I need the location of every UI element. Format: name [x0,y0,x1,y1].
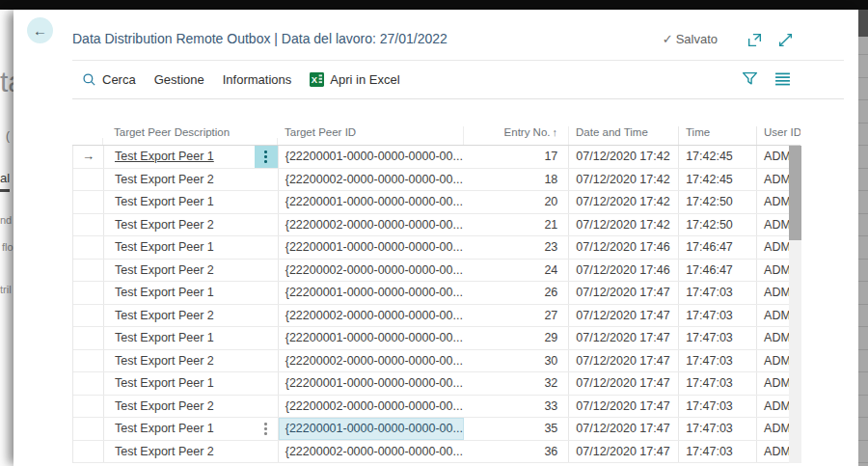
description-cell[interactable]: Test Export Peer 1 [104,327,255,349]
row-options-cell[interactable] [255,260,279,282]
id-cell[interactable]: {22200002-0000-0000-0000-00... [279,396,465,418]
entry-no-cell[interactable]: 23 [464,236,569,259]
entry-no-cell[interactable]: 35 [464,418,569,440]
table-row[interactable]: → Test Export Peer 1 {22200001-0000-0000… [73,146,800,169]
entry-no-cell[interactable]: 26 [464,282,569,304]
table-row[interactable]: Test Export Peer 1 {22200001-0000-0000-0… [73,236,800,260]
row-options-cell[interactable] [255,169,279,191]
datetime-cell[interactable]: 07/12/2020 17:47 [569,418,679,440]
time-cell[interactable]: 17:42:45 [679,146,757,168]
time-cell[interactable]: 17:47:03 [679,350,757,372]
datetime-cell[interactable]: 07/12/2020 17:42 [569,169,679,191]
row-options-cell[interactable] [255,214,279,236]
column-header-entry[interactable]: Entry No.↑ [464,126,569,145]
id-cell[interactable]: {22200002-0000-0000-0000-00... [279,260,465,282]
description-cell[interactable]: Test Export Peer 2 [104,214,255,236]
column-header-time[interactable]: Time [679,126,757,145]
table-row[interactable]: Test Export Peer 2 {22200002-0000-0000-0… [73,169,800,192]
datetime-cell[interactable]: 07/12/2020 17:47 [569,327,679,349]
entry-no-cell[interactable]: 30 [464,350,569,372]
description-cell[interactable]: Test Export Peer 2 [104,441,255,463]
informations-menu-button[interactable]: Informations [223,72,292,87]
datetime-cell[interactable]: 07/12/2020 17:47 [569,396,679,418]
table-row[interactable]: Test Export Peer 2 {22200002-0000-0000-0… [73,305,800,328]
id-cell[interactable]: {22200001-0000-0000-0000-00... [279,191,465,213]
row-options-cell[interactable] [255,350,279,372]
time-cell[interactable]: 17:47:03 [679,282,757,304]
datetime-cell[interactable]: 07/12/2020 17:47 [569,372,679,395]
table-row[interactable]: Test Export Peer 2 {22200002-0000-0000-0… [73,441,800,464]
id-cell[interactable]: {22200002-0000-0000-0000-00... [279,350,465,372]
row-options-cell[interactable] [255,282,279,304]
description-cell[interactable]: Test Export Peer 2 [104,305,255,327]
row-options-cell[interactable] [255,236,279,259]
manage-menu-button[interactable]: Gestione [154,72,204,87]
id-cell[interactable]: {22200001-0000-0000-0000-00... [279,327,465,349]
description-cell[interactable]: Test Export Peer 1 [104,236,255,259]
description-cell[interactable]: Test Export Peer 1 [104,191,255,213]
column-header-id[interactable]: Target Peer ID [278,126,464,145]
datetime-cell[interactable]: 07/12/2020 17:47 [569,350,679,372]
table-row[interactable]: Test Export Peer 1 {22200001-0000-0000-0… [73,282,800,305]
table-row[interactable]: Test Export Peer 1 {22200001-0000-0000-0… [73,191,800,214]
datetime-cell[interactable]: 07/12/2020 17:47 [569,441,679,463]
time-cell[interactable]: 17:47:03 [679,441,757,463]
description-cell[interactable]: Test Export Peer 2 [104,169,255,191]
id-cell[interactable]: {22200001-0000-0000-0000-00... [279,418,465,440]
id-cell[interactable]: {22200002-0000-0000-0000-00... [279,169,465,191]
entry-no-cell[interactable]: 21 [464,214,569,236]
column-header-description[interactable]: Target Peer Description [103,126,254,145]
search-button[interactable]: Cerca [82,72,136,87]
id-cell[interactable]: {22200002-0000-0000-0000-00... [279,305,465,327]
column-header-datetime[interactable]: Date and Time [569,126,679,145]
description-cell[interactable]: Test Export Peer 1 [104,282,255,304]
id-cell[interactable]: {22200001-0000-0000-0000-00... [279,146,465,168]
back-button[interactable]: ← [27,17,53,43]
time-cell[interactable]: 17:47:03 [679,327,757,349]
filter-icon[interactable] [741,70,758,88]
datetime-cell[interactable]: 07/12/2020 17:46 [569,236,679,259]
description-cell[interactable]: Test Export Peer 1 [104,146,255,168]
entry-no-cell[interactable]: 24 [464,260,569,282]
time-cell[interactable]: 17:42:45 [679,169,757,191]
time-cell[interactable]: 17:46:47 [679,260,757,282]
open-in-new-window-icon[interactable] [746,32,763,49]
table-row[interactable]: Test Export Peer 2 {22200002-0000-0000-0… [73,396,800,419]
id-cell[interactable]: {22200001-0000-0000-0000-00... [279,236,465,259]
datetime-cell[interactable]: 07/12/2020 17:47 [569,305,679,327]
time-cell[interactable]: 17:42:50 [679,214,757,236]
row-options-cell[interactable] [255,191,279,213]
table-row[interactable]: Test Export Peer 1 {22200001-0000-0000-0… [73,327,800,350]
id-cell[interactable]: {22200002-0000-0000-0000-00... [279,214,465,236]
description-cell[interactable]: Test Export Peer 2 [104,260,255,282]
id-cell[interactable]: {22200002-0000-0000-0000-00... [279,441,465,463]
time-cell[interactable]: 17:47:03 [679,396,757,418]
datetime-cell[interactable]: 07/12/2020 17:46 [569,260,679,282]
datetime-cell[interactable]: 07/12/2020 17:42 [569,214,679,236]
entry-no-cell[interactable]: 33 [464,396,569,418]
table-row[interactable]: Test Export Peer 1 {22200001-0000-0000-0… [73,372,800,396]
entry-no-cell[interactable]: 27 [464,305,569,327]
datetime-cell[interactable]: 07/12/2020 17:47 [569,282,679,304]
table-row[interactable]: Test Export Peer 2 {22200002-0000-0000-0… [73,350,800,373]
datetime-cell[interactable]: 07/12/2020 17:42 [569,146,679,168]
entry-no-cell[interactable]: 18 [464,169,569,191]
description-cell[interactable]: Test Export Peer 1 [104,418,255,440]
entry-no-cell[interactable]: 17 [464,146,569,168]
id-cell[interactable]: {22200001-0000-0000-0000-00... [279,282,465,304]
row-options-cell[interactable] [255,327,279,349]
column-header-user[interactable]: User ID [757,126,800,145]
description-cell[interactable]: Test Export Peer 2 [104,350,255,372]
entry-no-cell[interactable]: 29 [464,327,569,349]
datetime-cell[interactable]: 07/12/2020 17:42 [569,191,679,213]
table-row[interactable]: Test Export Peer 1 {22200001-0000-0000-0… [73,418,800,441]
table-row[interactable]: Test Export Peer 2 {22200002-0000-0000-0… [73,260,800,283]
open-in-excel-button[interactable]: X Apri in Excel [310,72,399,87]
row-options-cell[interactable] [255,146,279,168]
table-scrollbar-track[interactable] [789,146,801,463]
row-options-cell[interactable] [255,418,279,440]
row-options-cell[interactable] [255,441,279,463]
entry-no-cell[interactable]: 32 [464,372,569,395]
row-options-cell[interactable] [255,305,279,327]
time-cell[interactable]: 17:47:03 [679,418,757,440]
